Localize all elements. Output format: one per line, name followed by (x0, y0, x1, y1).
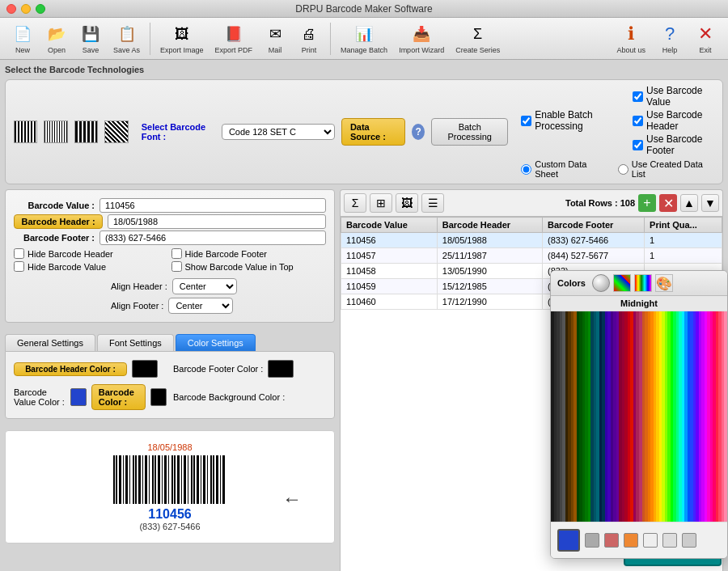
pencil-swatch-6[interactable] (682, 533, 696, 548)
data-source-info-button[interactable]: ? (412, 124, 425, 140)
use-created-list-label: Use Created Data List (632, 159, 714, 179)
toolbar-print[interactable]: 🖨 Print (293, 21, 325, 56)
color-name: Midnight (551, 296, 727, 311)
barcode-header-input[interactable] (108, 214, 326, 229)
palette-icon[interactable]: 🎨 (655, 274, 673, 292)
barcode-sample-4[interactable] (104, 121, 128, 143)
align-header-row: Align Header : Center Left Right (111, 278, 326, 294)
move-down-button[interactable]: ▼ (701, 194, 719, 212)
spectrum-icon[interactable] (634, 274, 652, 292)
cell-qty: 1 (645, 233, 722, 248)
toolbar-import-wizard[interactable]: 📥 Import Wizard (394, 21, 449, 56)
pencil-swatch-4[interactable] (643, 533, 658, 548)
pencil-swatch-1[interactable] (585, 533, 599, 548)
hide-footer-row: Hide Barcode Footer (171, 248, 327, 259)
pencil-swatch-5[interactable] (662, 533, 677, 548)
batch-processing-button[interactable]: Batch Processing (431, 118, 508, 146)
cell-footer: (833) 627-5466 (543, 233, 645, 248)
help-button[interactable]: ? Help (654, 21, 686, 56)
table-row[interactable]: 11045618/05/1988(833) 627-54661 (341, 233, 722, 248)
show-top-checkbox[interactable] (171, 261, 182, 272)
barcode-sample-2[interactable] (44, 121, 67, 143)
image-button[interactable]: 🖼 (396, 193, 418, 213)
cell-qty: 1 (645, 248, 722, 264)
use-created-list-radio[interactable] (618, 164, 629, 175)
table-row[interactable]: 11045725/11/1987(844) 527-56771 (341, 248, 722, 264)
toolbar-manage-batch[interactable]: 📊 Manage Batch (336, 21, 392, 56)
barcode-sample-1[interactable] (14, 121, 37, 143)
show-top-label: Show Barcode Value in Top (185, 262, 294, 272)
left-panel: Barcode Value : Barcode Header : Barcode… (5, 189, 335, 571)
toolbar-right: ℹ About us ? Help ✕ Exit (612, 21, 722, 56)
barcode-sample-3[interactable] (74, 121, 98, 143)
exit-button[interactable]: ✕ Exit (689, 21, 722, 56)
hide-footer-checkbox[interactable] (171, 248, 182, 259)
new-label: New (15, 46, 30, 54)
col-print-qty: Print Qua... (645, 218, 722, 233)
save-as-icon: 📋 (116, 23, 138, 45)
align-header-select[interactable]: Center Left Right (172, 278, 237, 294)
gradient-picker-icon[interactable] (613, 274, 631, 292)
custom-data-sheet-option[interactable]: Custom Data Sheet (521, 159, 608, 179)
toolbar-save-as[interactable]: 📋 Save As (108, 21, 145, 56)
use-barcode-header-check[interactable] (633, 116, 643, 126)
toolbar-open[interactable]: 📂 Open (40, 21, 73, 56)
align-footer-row: Align Footer : Center Left Right (111, 298, 326, 314)
tab-color[interactable]: Color Settings (176, 334, 256, 351)
export-image-icon: 🖼 (171, 23, 193, 45)
new-icon: 📄 (11, 23, 34, 45)
toolbar-separator-2 (330, 23, 331, 55)
toolbar-create-series[interactable]: Σ Create Series (451, 21, 505, 56)
move-up-button[interactable]: ▲ (680, 194, 698, 212)
barcode-value-label: Barcode Value : (14, 201, 95, 210)
custom-data-sheet-radio[interactable] (521, 164, 531, 175)
header-color-swatch[interactable] (132, 360, 158, 378)
sigma-button[interactable]: Σ (344, 193, 366, 213)
about-us-button[interactable]: ℹ About us (612, 21, 650, 56)
close-button[interactable] (6, 4, 16, 14)
pencil-swatch-3[interactable] (624, 533, 638, 548)
add-row-button[interactable]: + (638, 194, 656, 212)
barcode-value-input[interactable] (99, 198, 326, 213)
toolbar-export-pdf[interactable]: 📕 Export PDF (210, 21, 258, 56)
toolbar-export-image[interactable]: 🖼 Export Image (155, 21, 209, 56)
toolbar-mail[interactable]: ✉ Mail (259, 21, 291, 56)
tab-font[interactable]: Font Settings (97, 334, 174, 351)
help-label: Help (662, 46, 678, 54)
selected-color-swatch[interactable] (557, 529, 580, 552)
arrow-annotation: ← (282, 488, 302, 510)
cell-value: 110458 (341, 264, 438, 279)
delete-row-button[interactable]: ✕ (659, 194, 677, 212)
data-source-button[interactable]: Data Source : (341, 118, 405, 146)
color-wheel-icon[interactable] (592, 274, 610, 292)
hide-value-checkbox[interactable] (14, 261, 24, 272)
batch-options: Enable Batch Processing Use Barcode Valu… (521, 85, 714, 179)
maximize-button[interactable] (36, 4, 45, 14)
section-header: Select the Barcode Technologies (5, 65, 723, 74)
value-color-label: Barcode Value Color : (14, 387, 66, 407)
barcode-color-swatch[interactable] (150, 388, 167, 406)
export-pdf-label: Export PDF (215, 46, 253, 54)
use-created-list-option[interactable]: Use Created Data List (618, 159, 714, 179)
preview-footer: (833) 627-5466 (139, 522, 200, 531)
use-barcode-footer-check[interactable] (633, 140, 643, 150)
enable-batch-checkbox[interactable] (521, 116, 531, 126)
align-footer-select[interactable]: Center Left Right (168, 298, 233, 314)
pencil-swatch-2[interactable] (604, 533, 619, 548)
use-barcode-value-check[interactable] (633, 91, 643, 102)
hide-header-checkbox[interactable] (14, 248, 24, 259)
footer-color-swatch[interactable] (268, 360, 294, 378)
list-button[interactable]: ☰ (421, 193, 444, 213)
toolbar-save[interactable]: 💾 Save (74, 21, 107, 56)
table-button[interactable]: ⊞ (370, 193, 392, 213)
total-rows-label: Total Rows : 108 (565, 198, 635, 208)
exit-icon: ✕ (694, 23, 717, 45)
minimize-button[interactable] (21, 4, 31, 14)
value-color-swatch[interactable] (70, 388, 87, 406)
right-toolbar: Σ ⊞ 🖼 ☰ Total Rows : 108 + ✕ ▲ ▼ (340, 189, 723, 216)
toolbar-new[interactable]: 📄 New (6, 21, 39, 56)
tab-general[interactable]: General Settings (5, 334, 95, 351)
font-select[interactable]: Code 128 SET C (222, 124, 335, 140)
color-spectrum[interactable] (551, 311, 727, 522)
barcode-footer-input[interactable] (99, 231, 326, 245)
